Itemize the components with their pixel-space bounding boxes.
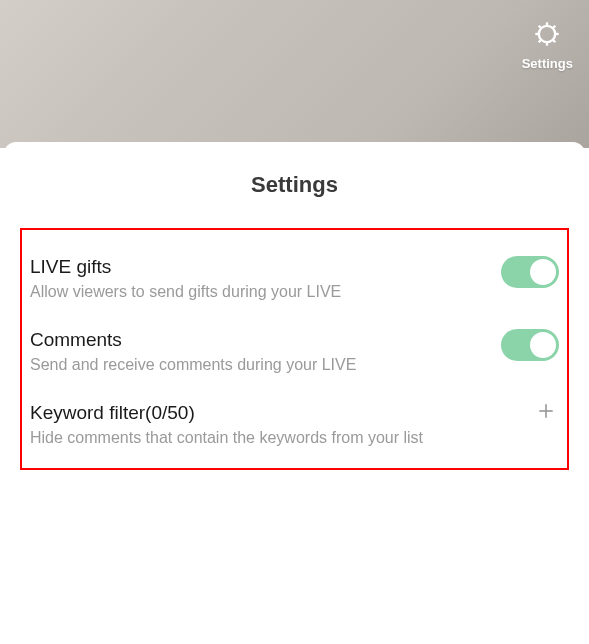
svg-line-5 [539, 26, 541, 28]
setting-description: Send and receive comments during your LI… [30, 355, 485, 376]
setting-row-keyword-filter: Keyword filter(0/50) Hide comments that … [30, 376, 559, 449]
setting-row-live-gifts: LIVE gifts Allow viewers to send gifts d… [30, 230, 559, 303]
plus-icon [536, 401, 556, 425]
sheet-title: Settings [4, 172, 585, 198]
settings-sheet: Settings LIVE gifts Allow viewers to sen… [4, 142, 585, 644]
setting-text: Keyword filter(0/50) Hide comments that … [30, 402, 535, 449]
comments-toggle[interactable] [501, 329, 559, 361]
settings-group: LIVE gifts Allow viewers to send gifts d… [20, 228, 569, 470]
setting-text: LIVE gifts Allow viewers to send gifts d… [30, 256, 501, 303]
gear-icon [533, 20, 561, 52]
svg-line-8 [553, 26, 555, 28]
setting-title: Keyword filter(0/50) [30, 402, 519, 424]
settings-icon-label: Settings [522, 56, 573, 71]
add-keyword-button[interactable] [535, 402, 557, 424]
setting-row-comments: Comments Send and receive comments durin… [30, 303, 559, 376]
setting-description: Allow viewers to send gifts during your … [30, 282, 485, 303]
svg-point-0 [539, 26, 555, 42]
setting-title: Comments [30, 329, 485, 351]
settings-button[interactable]: Settings [522, 20, 573, 71]
setting-text: Comments Send and receive comments durin… [30, 329, 501, 376]
svg-line-6 [553, 40, 555, 42]
header-background: Settings [0, 0, 589, 148]
live-gifts-toggle[interactable] [501, 256, 559, 288]
setting-title: LIVE gifts [30, 256, 485, 278]
svg-line-7 [539, 40, 541, 42]
setting-description: Hide comments that contain the keywords … [30, 428, 519, 449]
